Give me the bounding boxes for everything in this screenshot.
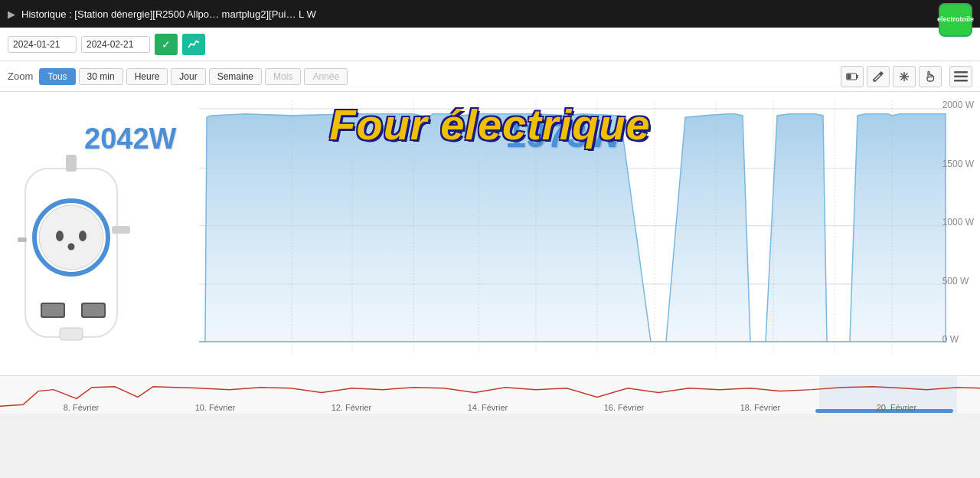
svg-rect-9 [954,71,968,74]
zoom-label: Zoom [8,70,33,82]
svg-rect-1 [857,75,858,77]
mini-date-6: 18. Février [740,403,781,412]
mini-date-4: 14. Février [468,403,508,412]
y-2000: 2000 W [942,100,974,110]
svg-point-31 [56,231,64,241]
svg-point-32 [79,231,87,241]
hand-icon-btn[interactable] [919,66,942,87]
page-title: Historique : [Station dénergie][R2500 Al… [21,8,316,20]
zoom-bar: Zoom Tous 30 min Heure Jour Semaine Mois… [0,61,980,92]
svg-point-30 [39,205,103,270]
power-label-left: 2042W [84,123,176,156]
menu-button[interactable] [949,66,972,87]
y-1000: 1000 W [942,217,974,228]
zoom-mois[interactable]: Mois [265,68,301,85]
svg-rect-39 [42,304,64,316]
zoom-annee[interactable]: Année [304,68,348,85]
mini-date-5: 16. Février [604,403,645,412]
svg-rect-35 [112,226,130,234]
chart-container: Four électrique 2042W 1973W 2000 W 1500 … [0,92,980,414]
snowflake-icon-btn[interactable] [893,66,916,87]
mini-date-1: 8. Février [64,403,99,412]
mini-date-2: 10. Février [195,403,236,412]
expand-arrow[interactable]: ▶ [8,8,15,20]
svg-rect-34 [66,155,77,172]
confirm-button[interactable]: ✓ [155,34,178,55]
mini-chart[interactable]: 8. Février 10. Février 12. Février 14. F… [0,375,980,414]
date-from-input[interactable] [8,36,77,53]
chart-view-button[interactable] [182,34,205,55]
zoom-tous[interactable]: Tous [39,68,75,85]
mini-date-7: 20. Février [877,403,917,412]
mini-date-labels: 8. Février 10. Février 12. Février 14. F… [0,403,980,412]
y-1500: 1500 W [942,159,974,169]
pencil-icon-btn[interactable] [867,66,890,87]
zoom-jour[interactable]: Jour [171,68,205,85]
y-500: 500 W [942,276,974,286]
svg-point-33 [68,244,75,250]
mini-date-3: 12. Février [332,403,372,412]
zoom-semaine[interactable]: Semaine [209,68,262,85]
logo: electrotoile [939,3,972,37]
toolbar-icons [841,66,942,87]
overlay-title: Four électrique [329,100,651,149]
svg-rect-40 [83,304,104,316]
plug-image [14,153,132,368]
svg-rect-41 [60,328,83,340]
zoom-heure[interactable]: Heure [126,68,168,85]
y-axis: 2000 W 1500 W 1000 W 500 W 0 W [942,92,974,375]
battery-icon-btn[interactable] [841,66,864,87]
svg-rect-10 [954,75,968,77]
controls-bar: ✓ [0,28,980,61]
top-bar: ▶ Historique : [Station dénergie][R2500 … [0,0,980,28]
svg-rect-36 [18,237,27,242]
svg-rect-11 [954,80,968,82]
date-to-input[interactable] [81,36,150,53]
y-0: 0 W [942,334,974,345]
zoom-30min[interactable]: 30 min [79,68,123,85]
svg-rect-2 [848,74,851,79]
